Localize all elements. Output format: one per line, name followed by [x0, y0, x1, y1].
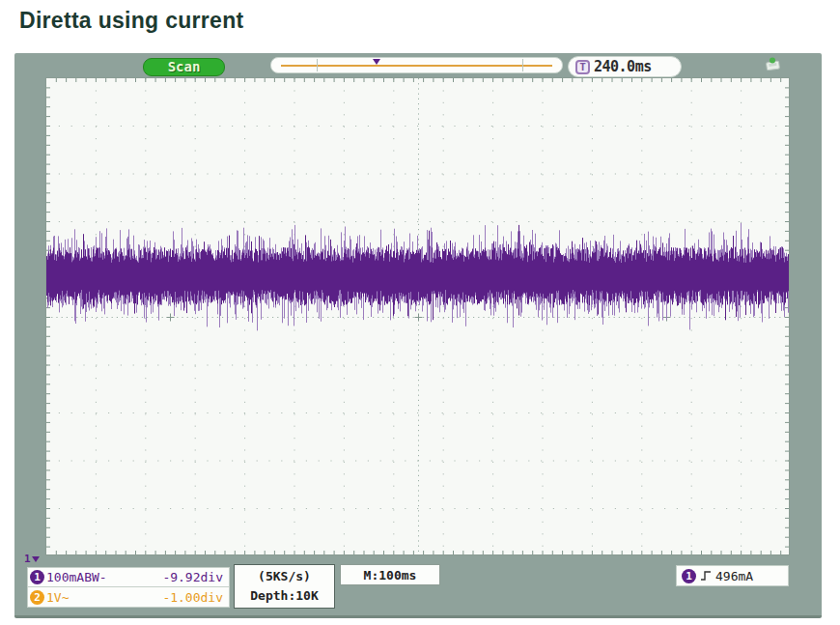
- trigger-level-value: 496mA: [715, 569, 753, 583]
- ch2-offset-value: -1.00div: [162, 590, 223, 605]
- storage-icon[interactable]: [764, 56, 783, 72]
- trigger-time-readout: T 240.0ms: [568, 56, 682, 77]
- ch1-offset-value: -9.92div: [162, 570, 223, 584]
- ch2-scale-label: 1V~: [46, 590, 69, 605]
- waveform-chart: [46, 78, 789, 554]
- waveform-screen: [45, 77, 790, 555]
- slider-track-line: [281, 65, 552, 67]
- slider-divider: [522, 59, 523, 71]
- trigger-time-value: 240.0ms: [594, 58, 652, 75]
- acquisition-readout: (5KS/s) Depth:10K: [234, 564, 335, 609]
- horizontal-position-slider[interactable]: [270, 57, 563, 73]
- slider-divider: [317, 59, 318, 71]
- page-title: Diretta using current: [19, 8, 244, 34]
- ch2-readout: 2 1V~ -1.00div: [27, 587, 230, 608]
- trigger-position-marker-icon[interactable]: [373, 59, 380, 65]
- sample-rate-value: (5KS/s): [258, 567, 311, 586]
- memory-depth-value: Depth:10K: [250, 586, 318, 606]
- timebase-readout: M:100ms: [340, 564, 440, 585]
- down-arrow-icon: [32, 556, 40, 562]
- ch2-badge: 2: [30, 590, 44, 605]
- ch1-badge: 1: [30, 570, 44, 584]
- rising-edge-icon: [700, 570, 712, 582]
- trigger-source-badge: 1: [682, 569, 696, 583]
- ch1-scale-label: 100mABW-: [46, 570, 107, 584]
- trigger-time-icon: T: [575, 60, 590, 74]
- scan-mode-button[interactable]: Scan: [143, 58, 225, 76]
- ch1-readout: 1 100mABW- -9.92div: [27, 567, 230, 587]
- trigger-readout: 1 496mA: [676, 565, 789, 586]
- ch1-position-marker: 1: [24, 553, 40, 565]
- oscilloscope-frame: Scan T 240.0ms 1 1 100mABW- -9.92div 2 1…: [14, 53, 822, 618]
